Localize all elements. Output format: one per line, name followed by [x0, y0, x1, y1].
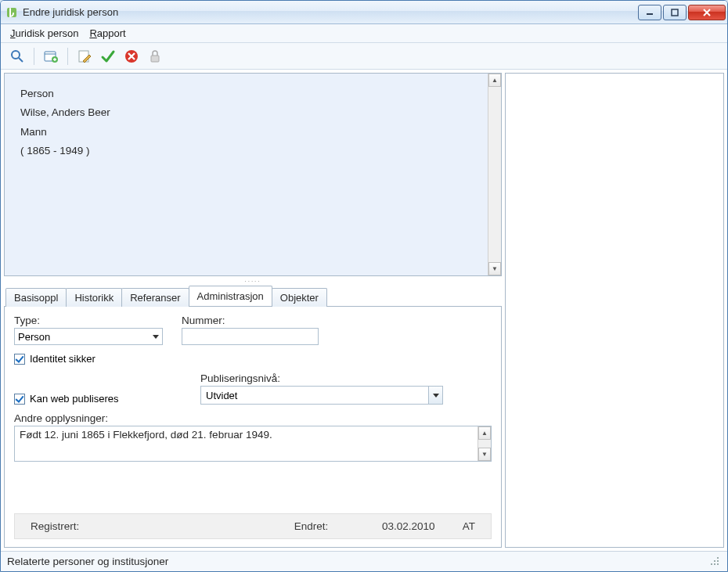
- statusbar-text: Relaterte personer og institusjoner: [7, 556, 168, 567]
- summary-line: Person: [20, 85, 485, 103]
- number-input[interactable]: [182, 328, 319, 345]
- scroll-down-icon[interactable]: ▼: [488, 262, 501, 275]
- app-icon: [5, 6, 18, 19]
- menubar: Juridisk person Rapport: [1, 24, 727, 43]
- maximize-button[interactable]: [663, 5, 687, 20]
- window-title: Endre juridisk person: [23, 6, 637, 18]
- type-label: Type:: [14, 315, 163, 326]
- textarea-scrollbar[interactable]: ▲ ▼: [478, 426, 491, 461]
- menu-rapport[interactable]: Rapport: [86, 25, 133, 41]
- minimize-button[interactable]: [638, 5, 661, 20]
- tab-objekter[interactable]: Objekter: [272, 288, 327, 307]
- menu-label: uridisk person: [16, 27, 79, 39]
- changed-by: AT: [463, 520, 475, 532]
- right-pane: [505, 73, 724, 548]
- chevron-down-icon: [153, 335, 159, 339]
- toolbar: [1, 43, 727, 70]
- summary-line: Wilse, Anders Beer: [20, 103, 485, 122]
- publish-level-value: Utvidet: [206, 390, 237, 401]
- new-record-icon[interactable]: [41, 46, 61, 67]
- registered-label: Registrert:: [31, 520, 294, 532]
- ok-icon[interactable]: [98, 46, 118, 67]
- web-publish-label: Kan web publiseres: [30, 393, 118, 405]
- summary-text: Person Wilse, Anders Beer Mann ( 1865 - …: [5, 74, 501, 171]
- checkbox-icon: [14, 394, 25, 405]
- changed-label: Endret:: [294, 520, 382, 532]
- tabpanel-administrasjon: Type: Person Nummer: Identitet sikker: [4, 306, 502, 548]
- toolbar-separator: [67, 48, 68, 65]
- type-value: Person: [18, 331, 50, 343]
- tab-basisoppl[interactable]: Basisoppl: [5, 288, 67, 307]
- tabstrip: Basisoppl Historikk Referanser Administr…: [4, 286, 502, 307]
- scroll-down-icon[interactable]: ▼: [478, 448, 491, 461]
- tab-administrasjon[interactable]: Administrasjon: [189, 286, 272, 306]
- other-info-label: Andre opplysninger:: [14, 412, 492, 424]
- identity-secure-checkbox[interactable]: Identitet sikker: [14, 353, 492, 365]
- other-info-textarea[interactable]: Født 12. juni 1865 i Flekkefjord, død 21…: [14, 426, 492, 462]
- tab-historikk[interactable]: Historikk: [66, 288, 122, 307]
- scroll-up-icon[interactable]: ▲: [478, 426, 491, 440]
- menu-label: apport: [97, 27, 126, 39]
- app-window: Endre juridisk person Juridisk person Ra…: [0, 0, 728, 572]
- toolbar-separator: [34, 48, 34, 65]
- record-info-bar: Registrert: Endret: 03.02.2010 AT: [14, 513, 492, 539]
- tab-referanser[interactable]: Referanser: [121, 288, 189, 307]
- splitter-handle[interactable]: ·····: [4, 279, 502, 286]
- titlebar[interactable]: Endre juridisk person: [1, 1, 727, 24]
- cancel-icon[interactable]: [121, 46, 142, 67]
- identity-secure-label: Identitet sikker: [30, 353, 96, 365]
- svg-rect-10: [151, 56, 159, 62]
- other-info-value: Født 12. juni 1865 i Flekkefjord, død 21…: [15, 426, 491, 443]
- search-icon[interactable]: [7, 46, 27, 67]
- close-button[interactable]: [688, 5, 726, 20]
- svg-point-3: [12, 51, 20, 59]
- checkbox-icon: [14, 354, 25, 365]
- number-label: Nummer:: [182, 315, 319, 326]
- summary-line: Mann: [20, 123, 485, 142]
- scroll-track[interactable]: [488, 87, 501, 262]
- web-publish-checkbox[interactable]: Kan web publiseres: [14, 393, 182, 405]
- publish-level-select[interactable]: Utvidet: [200, 386, 443, 405]
- content-area: Person Wilse, Anders Beer Mann ( 1865 - …: [1, 70, 727, 551]
- scroll-up-icon[interactable]: ▲: [488, 74, 501, 87]
- publish-level-label: Publiseringsnivå:: [200, 372, 443, 384]
- menu-juridisk-person[interactable]: Juridisk person: [7, 25, 86, 41]
- edit-record-icon[interactable]: [74, 46, 95, 67]
- resize-grip[interactable]: [710, 556, 721, 567]
- chevron-down-icon: [428, 387, 442, 404]
- changed-date: 03.02.2010: [382, 520, 463, 532]
- svg-rect-2: [672, 9, 678, 16]
- scroll-track[interactable]: [478, 440, 491, 448]
- lock-icon[interactable]: [145, 46, 165, 67]
- summary-line: ( 1865 - 1949 ): [20, 142, 485, 160]
- type-select[interactable]: Person: [14, 328, 163, 345]
- summary-scrollbar[interactable]: ▲ ▼: [488, 74, 501, 275]
- statusbar: Relaterte personer og institusjoner: [1, 551, 727, 571]
- summary-panel: Person Wilse, Anders Beer Mann ( 1865 - …: [4, 73, 502, 276]
- svg-line-4: [19, 58, 23, 62]
- left-pane: Person Wilse, Anders Beer Mann ( 1865 - …: [4, 73, 502, 548]
- window-controls: [637, 5, 727, 20]
